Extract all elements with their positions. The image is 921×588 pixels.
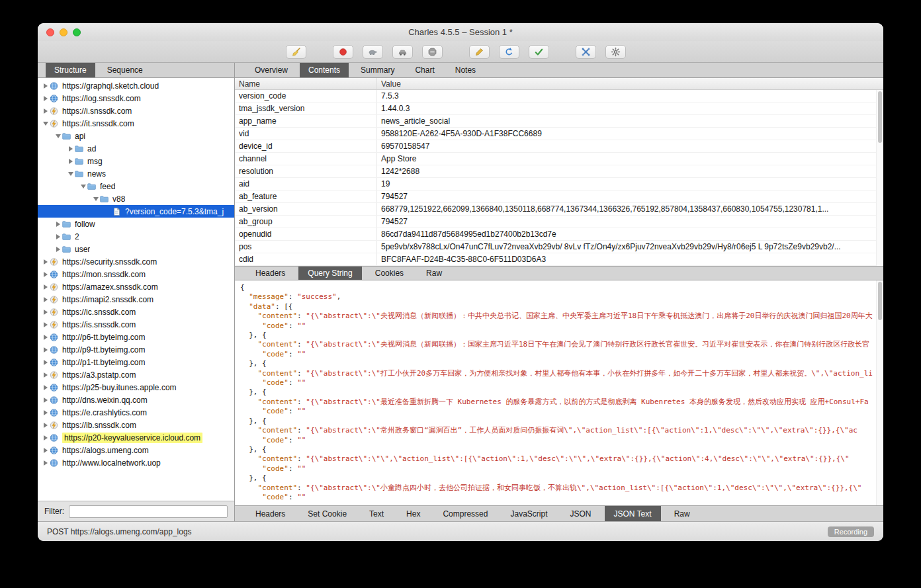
expand-triangle-icon[interactable]: [42, 297, 49, 302]
tree-item[interactable]: https://a3.pstatp.com: [38, 368, 234, 381]
tab-notes[interactable]: Notes: [447, 63, 484, 77]
expand-triangle-icon[interactable]: [42, 322, 49, 327]
response-tab-text[interactable]: Text: [360, 506, 393, 521]
tree-item[interactable]: https://e.crashlytics.com: [38, 406, 234, 419]
table-scrollbar[interactable]: [876, 90, 883, 266]
tree-item[interactable]: user: [38, 243, 234, 255]
repeat-button[interactable]: [499, 45, 519, 59]
table-row[interactable]: ab_group794527: [235, 216, 883, 228]
zoom-button[interactable]: [73, 28, 81, 36]
request-tab-raw[interactable]: Raw: [417, 267, 451, 280]
expand-triangle-icon[interactable]: [42, 310, 49, 315]
table-scrollbar-thumb[interactable]: [878, 91, 882, 143]
expand-triangle-icon[interactable]: [42, 284, 49, 290]
expand-triangle-icon[interactable]: [54, 247, 62, 252]
filter-input[interactable]: [69, 505, 228, 518]
validate-button[interactable]: [529, 45, 549, 59]
tree-item[interactable]: follow: [38, 218, 234, 230]
tree-item[interactable]: http://dns.weixin.qq.com: [38, 394, 234, 406]
expand-triangle-icon[interactable]: [42, 460, 49, 466]
collapse-triangle-icon[interactable]: [42, 122, 49, 126]
table-row[interactable]: version_code7.5.3: [235, 90, 883, 103]
expand-triangle-icon[interactable]: [67, 159, 74, 164]
tab-sequence[interactable]: Sequence: [99, 63, 152, 77]
expand-triangle-icon[interactable]: [42, 372, 49, 378]
tree-item[interactable]: http://p9-tt.byteimg.com: [38, 343, 234, 356]
tree-item[interactable]: https://ib.snssdk.com: [38, 419, 234, 431]
tree-item[interactable]: https://is.snssdk.com: [38, 318, 234, 331]
expand-triangle-icon[interactable]: [42, 335, 49, 340]
tab-contents[interactable]: Contents: [300, 63, 349, 77]
tab-summary[interactable]: Summary: [352, 63, 403, 77]
response-tab-headers[interactable]: Headers: [246, 506, 294, 521]
expand-triangle-icon[interactable]: [42, 448, 49, 453]
breakpoints-button[interactable]: [422, 45, 443, 59]
clear-session-button[interactable]: [286, 45, 306, 59]
expand-triangle-icon[interactable]: [42, 385, 49, 390]
tree-item[interactable]: feed: [38, 180, 234, 192]
tree-item[interactable]: 2: [38, 230, 234, 243]
collapse-triangle-icon[interactable]: [54, 134, 62, 138]
expand-triangle-icon[interactable]: [67, 146, 74, 151]
table-row[interactable]: openudid86cd7da9411d87d5684995ed1b27400b…: [235, 228, 883, 241]
tree-item[interactable]: http://www.localnetwork.uop: [38, 456, 234, 469]
table-row[interactable]: ab_version668779,1251922,662099,1366840,…: [235, 203, 883, 216]
tree-item[interactable]: https://it.snssdk.com: [38, 117, 234, 130]
tab-chart[interactable]: Chart: [406, 63, 443, 77]
expand-triangle-icon[interactable]: [42, 272, 49, 277]
tree-item[interactable]: https://log.snssdk.com: [38, 92, 234, 105]
table-row[interactable]: ab_feature794527: [235, 190, 883, 203]
tree-item[interactable]: https://security.snssdk.com: [38, 255, 234, 268]
response-tab-raw[interactable]: Raw: [665, 506, 699, 521]
expand-triangle-icon[interactable]: [42, 423, 49, 428]
tree-item[interactable]: https://graphql.sketch.cloud: [38, 79, 234, 92]
request-tab-cookies[interactable]: Cookies: [366, 267, 413, 280]
tree-item[interactable]: https://p25-buy.itunes.apple.com: [38, 381, 234, 394]
response-scrollbar[interactable]: [876, 280, 883, 505]
expand-triangle-icon[interactable]: [42, 347, 49, 353]
expand-triangle-icon[interactable]: [42, 108, 49, 114]
record-button[interactable]: [333, 45, 353, 59]
network-conditions-button[interactable]: [392, 45, 413, 59]
response-tab-javascript[interactable]: JavaScript: [501, 506, 556, 521]
tree-item[interactable]: https://imapi2.snssdk.com: [38, 293, 234, 306]
table-row[interactable]: channelApp Store: [235, 153, 883, 165]
minimize-button[interactable]: [60, 28, 67, 36]
tree-item[interactable]: v88: [38, 192, 234, 205]
tree-item[interactable]: http://p1-tt.byteimg.com: [38, 356, 234, 368]
tree-item[interactable]: https://ic.snssdk.com: [38, 306, 234, 318]
expand-triangle-icon[interactable]: [42, 410, 49, 415]
expand-triangle-icon[interactable]: [42, 398, 49, 403]
tree-item[interactable]: https://mon.snssdk.com: [38, 268, 234, 280]
expand-triangle-icon[interactable]: [42, 259, 49, 265]
request-tab-headers[interactable]: Headers: [246, 267, 294, 280]
throttle-button[interactable]: [363, 45, 383, 59]
tree-item[interactable]: https://p20-keyvalueservice.icloud.com: [38, 431, 234, 444]
tab-overview[interactable]: Overview: [246, 63, 296, 77]
table-row[interactable]: pos5pe9vb/x8v788cLx/On47unC7fLuv72nveaXv…: [235, 241, 883, 253]
tree-item[interactable]: https://i.snssdk.com: [38, 105, 234, 117]
table-row[interactable]: resolution1242*2688: [235, 165, 883, 178]
expand-triangle-icon[interactable]: [54, 234, 62, 239]
table-row[interactable]: app_namenews_article_social: [235, 115, 883, 128]
expand-triangle-icon[interactable]: [42, 360, 49, 365]
tree-item[interactable]: ?version_code=7.5.3&tma_j: [38, 205, 234, 218]
tree-item[interactable]: ad: [38, 142, 234, 155]
collapse-triangle-icon[interactable]: [79, 185, 87, 189]
request-tab-query-string[interactable]: Query String: [298, 267, 361, 280]
expand-triangle-icon[interactable]: [42, 83, 49, 89]
tree-item[interactable]: https://amazex.snssdk.com: [38, 280, 234, 293]
response-tab-json-text[interactable]: JSON Text: [605, 506, 661, 521]
collapse-triangle-icon[interactable]: [92, 197, 99, 201]
response-tab-json[interactable]: JSON: [560, 506, 600, 521]
tree-item[interactable]: http://p6-tt.byteimg.com: [38, 331, 234, 343]
response-tab-compressed[interactable]: Compressed: [433, 506, 497, 521]
tree-item[interactable]: https://alogs.umeng.com: [38, 444, 234, 456]
tree-item[interactable]: news: [38, 167, 234, 180]
table-row[interactable]: cdidBFC8FAAF-D24B-4C35-88C0-6F511D03D6A3: [235, 253, 883, 266]
response-tab-set-cookie[interactable]: Set Cookie: [298, 506, 356, 521]
table-row[interactable]: device_id69570158547: [235, 140, 883, 153]
expand-triangle-icon[interactable]: [42, 96, 49, 101]
response-scrollbar-thumb[interactable]: [878, 282, 882, 320]
compose-button[interactable]: [469, 45, 490, 59]
